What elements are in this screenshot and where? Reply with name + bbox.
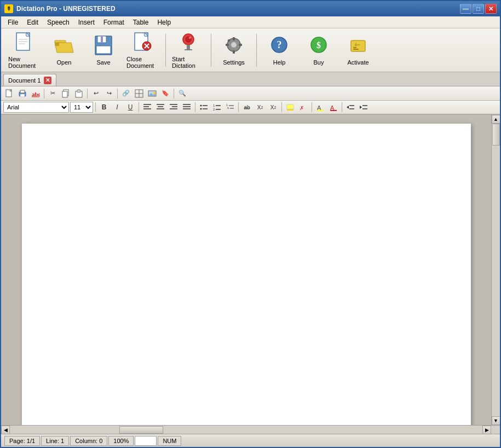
tab-bar: Document 1 ✕ xyxy=(1,72,500,86)
tb-cut-icon[interactable]: ✂ xyxy=(47,88,59,99)
svg-rect-35 xyxy=(353,47,356,48)
close-button[interactable]: ✕ xyxy=(485,4,497,14)
svg-point-20 xyxy=(189,37,191,39)
menu-format[interactable]: Format xyxy=(99,16,129,28)
document-tab[interactable]: Document 1 ✕ xyxy=(3,74,56,86)
menu-help[interactable]: Help xyxy=(153,16,175,28)
scroll-thumb-horizontal[interactable] xyxy=(119,426,163,434)
menu-speech[interactable]: Speech xyxy=(43,16,74,28)
save-icon xyxy=(93,35,114,57)
open-button[interactable]: Open xyxy=(45,31,83,70)
document-page[interactable] xyxy=(22,124,471,425)
open-label: Open xyxy=(57,59,72,66)
menu-file[interactable]: File xyxy=(3,16,22,28)
bullet-list-button[interactable] xyxy=(198,102,210,113)
new-document-label: New Document xyxy=(8,56,41,69)
title-bar: 🎙 Dictation Pro - UNREGISTERED — □ ✕ xyxy=(1,1,500,16)
numbered-list-button[interactable]: 1.2. xyxy=(211,102,223,113)
svg-marker-85 xyxy=(347,106,349,109)
svg-rect-27 xyxy=(226,44,229,46)
help-icon: ? xyxy=(268,35,290,57)
tb-image-icon[interactable] xyxy=(146,88,158,99)
activate-icon xyxy=(347,35,369,57)
scroll-left-button[interactable]: ◀ xyxy=(1,426,10,434)
scroll-right-button[interactable]: ▶ xyxy=(482,426,491,434)
start-dictation-label: Start Dictation xyxy=(172,56,205,69)
tb-spellcheck-icon[interactable]: abc xyxy=(30,88,42,99)
indent-decrease-button[interactable] xyxy=(344,102,356,113)
svg-rect-79 xyxy=(287,109,293,110)
minimize-button[interactable]: — xyxy=(460,4,471,14)
menu-insert[interactable]: Insert xyxy=(74,16,99,28)
tab-label: Document 1 xyxy=(8,77,41,84)
italic-button[interactable]: I xyxy=(111,102,123,113)
font-family-select[interactable]: Arial Times New Roman Courier New xyxy=(3,102,69,113)
svg-text:?: ? xyxy=(277,39,282,50)
align-center-button[interactable] xyxy=(154,102,166,113)
app-icon: 🎙 xyxy=(4,4,13,13)
svg-text:abc: abc xyxy=(32,91,40,97)
buy-icon: $ xyxy=(308,35,330,57)
tb-zoom-icon[interactable]: 🔍 xyxy=(176,88,188,99)
close-document-button[interactable]: Close Document xyxy=(124,31,162,70)
highlight-button[interactable] xyxy=(284,102,296,113)
clear-format-button[interactable]: ✗ xyxy=(297,102,309,113)
underline-button[interactable]: U xyxy=(124,102,136,113)
tb-hyperlink-icon[interactable]: 🔗 xyxy=(120,88,132,99)
fmt-sep-2 xyxy=(139,102,139,112)
subscript-button[interactable]: X2 xyxy=(254,102,266,113)
settings-button[interactable]: Settings xyxy=(215,31,253,70)
font-size-select[interactable]: 891011 12141618 xyxy=(70,102,93,113)
svg-text:✗: ✗ xyxy=(300,105,304,111)
activate-button[interactable]: Activate xyxy=(339,31,377,70)
vertical-scrollbar: ▲ ▼ xyxy=(491,115,500,425)
svg-point-24 xyxy=(231,42,237,48)
svg-marker-38 xyxy=(10,90,11,91)
menu-table[interactable]: Table xyxy=(129,16,153,28)
buy-button[interactable]: $ Buy xyxy=(300,31,338,70)
scroll-up-button[interactable]: ▲ xyxy=(492,115,500,124)
menu-edit[interactable]: Edit xyxy=(22,16,43,28)
fmt-sep-7 xyxy=(342,102,342,112)
window-title: Dictation Pro - UNREGISTERED xyxy=(16,5,116,13)
outline-list-button[interactable]: 1.a. xyxy=(224,102,236,113)
tab-close-button[interactable]: ✕ xyxy=(44,77,51,84)
tb-undo-icon[interactable]: ↩ xyxy=(90,88,102,99)
svg-rect-40 xyxy=(20,90,25,93)
svg-point-66 xyxy=(200,105,202,107)
tb-redo-icon[interactable]: ↪ xyxy=(103,88,115,99)
indent-increase-button[interactable] xyxy=(358,102,370,113)
tb-copy-icon[interactable] xyxy=(60,88,72,99)
scroll-track-vertical xyxy=(492,124,500,416)
start-dictation-button[interactable]: Start Dictation xyxy=(169,31,208,70)
tb-table-icon[interactable] xyxy=(133,88,145,99)
document-area[interactable] xyxy=(1,115,491,425)
tb-new-icon[interactable] xyxy=(3,88,15,99)
content-area: ▲ ▼ xyxy=(1,115,500,425)
align-left-button[interactable] xyxy=(141,102,153,113)
scroll-down-button[interactable]: ▼ xyxy=(492,416,500,425)
new-document-button[interactable]: New Document xyxy=(5,31,44,70)
help-button[interactable]: ? Help xyxy=(260,31,298,70)
svg-text:1.: 1. xyxy=(213,104,216,107)
svg-rect-26 xyxy=(233,50,235,54)
save-button[interactable]: Save xyxy=(84,31,123,70)
maximize-button[interactable]: □ xyxy=(473,4,484,14)
align-right-button[interactable] xyxy=(168,102,180,113)
tb-bookmark-icon[interactable]: 🔖 xyxy=(159,88,171,99)
svg-marker-88 xyxy=(360,106,362,109)
strikethrough-button[interactable]: ab xyxy=(241,102,253,113)
buy-label: Buy xyxy=(314,59,324,66)
new-document-icon xyxy=(14,32,36,54)
svg-point-68 xyxy=(200,108,202,110)
tb-paste-icon[interactable] xyxy=(73,88,85,99)
bold-button[interactable]: B xyxy=(98,102,110,113)
superscript-button[interactable]: X2 xyxy=(267,102,279,113)
align-justify-button[interactable] xyxy=(181,102,193,113)
save-label: Save xyxy=(96,59,110,66)
text-highlight-color-button[interactable]: A xyxy=(314,102,326,113)
tb-print-icon[interactable] xyxy=(16,88,28,99)
scroll-thumb-vertical[interactable] xyxy=(492,124,500,146)
text-color-button[interactable]: A xyxy=(327,102,339,113)
svg-rect-6 xyxy=(55,40,66,43)
